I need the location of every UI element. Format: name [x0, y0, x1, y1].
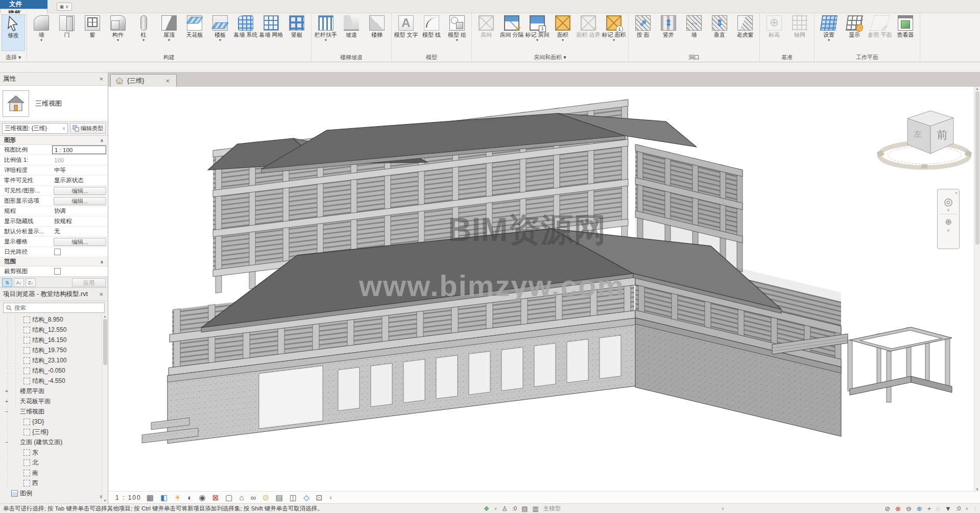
railing-button[interactable]: 栏杆扶手 ▾ [313, 14, 339, 42]
sort-descending-button[interactable]: Z↓ [26, 278, 36, 287]
wall-button[interactable]: 墙 ▾ [29, 14, 54, 42]
reveal-hidden-icon[interactable]: ⊙ [262, 494, 269, 501]
shaft-opening-button[interactable]: 竖井 [656, 14, 681, 42]
property-value[interactable]: 编辑... [54, 187, 106, 195]
sort-ascending-button[interactable]: A↓ [14, 278, 24, 287]
viewcube-front-face[interactable]: 前 [937, 129, 948, 140]
room-button[interactable]: 房间 [473, 14, 499, 42]
curtain-system-button[interactable]: 幕墙 系统 [233, 14, 258, 42]
scroll-up-icon[interactable]: ▲ [975, 87, 979, 90]
tree-item[interactable]: 结构_-4.550 [0, 376, 108, 386]
scrollbar-thumb[interactable] [975, 91, 979, 245]
temporary-hide-isolate-icon[interactable]: ∞ [251, 494, 256, 501]
viewcube-left-face[interactable]: 左 [914, 130, 922, 138]
displaced-elements-icon[interactable]: ◇ [303, 494, 309, 501]
chevron-up-icon[interactable]: ∧ [965, 506, 968, 511]
viewbar-collapse-icon[interactable]: ‹ [329, 494, 331, 501]
analytical-model-icon[interactable]: ⊡ [316, 494, 323, 501]
tree-item[interactable]: 结构_19.750 [0, 345, 108, 355]
unlock-view-icon[interactable]: ⌂ [239, 494, 244, 501]
canvas-vertical-scrollbar[interactable]: ▲ ▼ [974, 87, 980, 491]
navigation-bar[interactable]: × ◎ ∨ ⊕ ∨ [937, 189, 960, 249]
property-value[interactable]: 100 [52, 157, 108, 163]
crop-view-checkbox[interactable] [52, 268, 108, 275]
column-button[interactable]: 柱 ▾ [131, 14, 156, 42]
ref-plane-button[interactable]: 参照 平面 [867, 14, 893, 42]
worksharing-monitor-icon[interactable]: ❖ [484, 505, 490, 512]
section-graphics[interactable]: 图形 ∧ [0, 136, 108, 145]
filter-icon[interactable]: ▼ [945, 505, 951, 512]
tree-item[interactable]: − 立面 (建筑立面) [0, 437, 108, 447]
tree-item[interactable]: + 天花板平面 [0, 396, 108, 406]
wall-opening-button[interactable]: 墙 [681, 14, 707, 42]
active-workset-label[interactable]: 主模型 [543, 505, 561, 512]
curtain-grid-button[interactable]: 幕墙 网格 [258, 14, 284, 42]
ribbon-state-button[interactable]: ▣∨ [57, 3, 72, 11]
window-button[interactable]: 窗 [80, 14, 105, 42]
scroll-down-icon[interactable]: ▼ [103, 499, 107, 502]
property-value[interactable]: 按规程 [52, 217, 108, 225]
tag-room-button[interactable]: 标记 房间 ▾ [524, 14, 550, 42]
close-icon[interactable]: × [164, 77, 171, 85]
close-icon[interactable]: × [98, 290, 105, 298]
sun-path-icon[interactable]: ☀ [174, 494, 181, 501]
component-button[interactable]: 构件 ▾ [105, 14, 131, 42]
tree-item[interactable]: 结构_16.150 [0, 335, 108, 345]
opening-by-face-button[interactable]: 按 面 [630, 14, 656, 42]
model-group-button[interactable]: 模型 组 ▾ [444, 14, 470, 42]
door-button[interactable]: 门 [54, 14, 80, 42]
tree-item[interactable]: 北 [0, 457, 108, 468]
model-3d-view[interactable]: BIM资源网 www.bimzyw.com 左 前 × ◎ ∨ ⊕ ∨ [108, 87, 974, 491]
scrollbar-thumb[interactable] [103, 319, 107, 365]
browser-scrollbar[interactable]: ▲ ▼ [102, 314, 108, 502]
type-selector-dropdown[interactable]: 三维视图: {三维} ∨ [2, 123, 68, 134]
edit-type-button[interactable]: 编辑类型 [70, 123, 106, 134]
property-value[interactable] [52, 249, 108, 255]
select-pinned-icon[interactable]: ⊖ [906, 505, 912, 512]
crop-view-icon[interactable]: ⊠ [212, 494, 219, 501]
panel-collapse-icon[interactable]: ∨ [99, 494, 103, 499]
viewcube[interactable]: 左 前 [877, 111, 972, 168]
visual-style-icon[interactable]: ◧ [160, 494, 168, 501]
tree-item[interactable]: 结构_23.100 [0, 355, 108, 365]
tree-expander[interactable]: − [4, 439, 9, 445]
overflow-menu-icon[interactable]: ⋮ [973, 506, 977, 511]
group-label-room-area[interactable]: 房间和面积 ▾ [473, 53, 627, 62]
search-box[interactable] [3, 303, 105, 313]
property-value[interactable]: 显示原状态 [52, 177, 108, 184]
roof-button[interactable]: 屋顶 ▾ [156, 14, 182, 42]
navbar-close-icon[interactable]: × [955, 190, 959, 196]
tree-expander[interactable]: + [4, 398, 9, 404]
shadows-icon[interactable]: ◐ [188, 494, 193, 501]
ceiling-button[interactable]: 天花板 [182, 14, 207, 42]
tree-item[interactable]: {3D} [0, 417, 108, 427]
tree-expander[interactable]: − [4, 408, 9, 414]
tree-item[interactable]: {三维} [0, 427, 108, 437]
tree-item[interactable]: + 楼层平面 [0, 386, 108, 396]
show-work-plane-button[interactable]: 显示 [842, 14, 867, 42]
chevron-down-icon[interactable]: ∨ [947, 208, 950, 212]
drag-on-selection-icon[interactable]: + [927, 505, 931, 512]
section-extents[interactable]: 范围 ∧ [0, 257, 108, 266]
property-value[interactable]: 无 [52, 228, 108, 235]
worksharing-display-icon[interactable]: ◫ [290, 494, 297, 501]
tree-item[interactable]: 西 [0, 478, 108, 488]
tab-file[interactable]: 文件 [0, 0, 47, 9]
select-by-face-icon[interactable]: ⊕ [917, 505, 922, 512]
building-model-svg[interactable]: BIM资源网 www.bimzyw.com 左 前 [108, 87, 974, 491]
sort-default-button[interactable]: ⇅ [2, 278, 12, 287]
area-boundary-button[interactable]: 面积 边界 [576, 14, 601, 42]
project-browser-title-bar[interactable]: 项目浏览器 - 教堂结构模型.rvt × [0, 288, 108, 301]
vertical-opening-button[interactable]: 垂直 [707, 14, 732, 42]
post-selection-icon[interactable]: ◌ [936, 505, 940, 512]
chevron-down-icon[interactable]: ∨ [721, 506, 724, 511]
tag-area-button[interactable]: 标记 面积 ▾ [601, 14, 627, 42]
property-value[interactable]: 中等 [52, 166, 108, 174]
select-underlay-icon[interactable]: ⊗ [895, 505, 901, 512]
modify-button[interactable]: 修改 [2, 14, 25, 51]
view-scale-button[interactable]: 1 : 100 [115, 494, 141, 501]
detail-level-icon[interactable]: ▦ [147, 494, 154, 501]
editing-requests-icon[interactable]: ♙ [501, 505, 508, 512]
group-label-select[interactable]: 选择 ▾ [2, 53, 25, 62]
tree-item[interactable]: 结构_12.550 [0, 325, 108, 335]
